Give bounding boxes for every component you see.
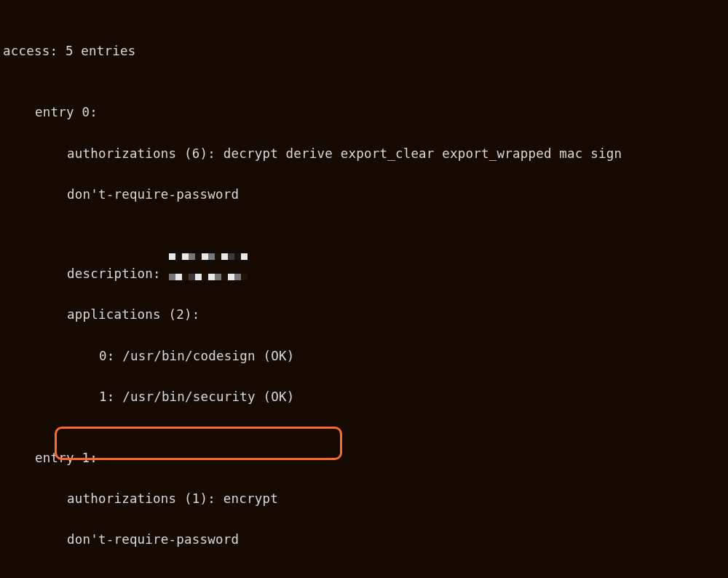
application-item: 0: /usr/bin/codesign (OK): [3, 346, 725, 366]
terminal-output: access: 5 entries entry 0: authorization…: [0, 0, 728, 578]
authorizations-line: authorizations (1): encrypt: [3, 488, 725, 509]
entry-title: entry 1:: [3, 448, 725, 468]
access-header: access: 5 entries: [3, 41, 725, 61]
redacted-text: [169, 571, 253, 578]
redacted-text: [169, 225, 249, 238]
description-label: description:: [67, 266, 169, 281]
authorizations-line: authorizations (6): decrypt derive expor…: [3, 143, 725, 164]
description-line: description:: [3, 571, 725, 578]
application-item: 1: /usr/bin/security (OK): [3, 387, 725, 407]
require-line: don't-require-password: [3, 184, 725, 205]
applications-header: applications (2):: [3, 304, 725, 325]
description-line: description:: [3, 225, 725, 284]
entry-title: entry 0:: [3, 102, 725, 122]
require-line: don't-require-password: [3, 529, 725, 550]
